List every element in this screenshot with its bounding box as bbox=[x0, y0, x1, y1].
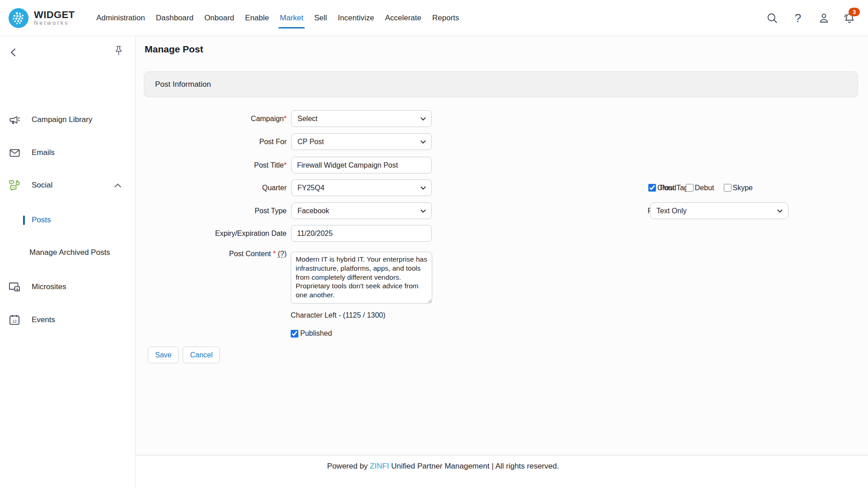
chevron-up-icon[interactable] bbox=[113, 181, 123, 190]
sidebar-item-social[interactable]: Social bbox=[0, 176, 136, 194]
post-tag-option-skype: Skype bbox=[724, 184, 753, 192]
sidebar-item-events[interactable]: 12 Events bbox=[0, 311, 136, 329]
megaphone-icon bbox=[8, 113, 21, 126]
quarter-label: Quarter bbox=[145, 179, 287, 196]
sidebar-item-microsites[interactable]: Microsites bbox=[0, 278, 136, 296]
character-left-counter: Character Left - (1125 / 1300) bbox=[291, 311, 386, 319]
brand-logo[interactable]: WIDGET Networks bbox=[8, 8, 75, 28]
back-chevron-icon bbox=[8, 47, 19, 58]
post-title-label: Post Title* bbox=[145, 157, 287, 174]
cloud-checkbox[interactable] bbox=[648, 184, 656, 192]
form-actions: Save Cancel bbox=[148, 347, 220, 363]
post-information-section-header: Post Information bbox=[144, 71, 858, 97]
top-bar: WIDGET Networks Administration Dashboard… bbox=[0, 0, 868, 36]
brand-tagline: Networks bbox=[34, 20, 75, 27]
save-button[interactable]: Save bbox=[148, 347, 179, 363]
sidebar-item-posts[interactable]: Posts bbox=[0, 212, 136, 228]
sidebar-label-posts: Posts bbox=[32, 216, 51, 225]
topnav-item-dashboard[interactable]: Dashboard bbox=[156, 0, 193, 36]
format-type-select[interactable]: Text Only bbox=[650, 202, 788, 219]
quarter-select[interactable]: FY25Q4 bbox=[291, 179, 432, 196]
user-icon bbox=[818, 12, 830, 24]
post-type-select[interactable]: Facebook bbox=[291, 202, 432, 219]
expiry-date-label: Expiry/Expiration Date bbox=[145, 225, 287, 242]
sidebar-pin-button[interactable] bbox=[110, 42, 127, 59]
post-tag-option-debut: Debut bbox=[686, 184, 714, 192]
post-type-select-value: Facebook bbox=[297, 207, 329, 215]
sidebar-label-manage-archived-posts: Manage Archived Posts bbox=[29, 248, 110, 257]
sidebar-collapse-button[interactable] bbox=[5, 44, 22, 61]
notification-count-badge: 3 bbox=[849, 8, 860, 16]
chevron-down-icon bbox=[776, 207, 783, 215]
sidebar-item-campaign-library[interactable]: Campaign Library bbox=[0, 111, 136, 129]
published-checkbox-row: Published bbox=[291, 329, 332, 338]
user-account-button[interactable] bbox=[817, 11, 830, 25]
topnav-item-enable[interactable]: Enable bbox=[245, 0, 269, 36]
svg-text:12: 12 bbox=[12, 319, 17, 324]
sidebar-item-manage-archived-posts[interactable]: Manage Archived Posts bbox=[0, 245, 136, 260]
search-icon bbox=[766, 12, 778, 24]
pin-icon bbox=[113, 45, 125, 57]
active-item-bar bbox=[23, 216, 25, 225]
required-asterisk: * bbox=[284, 115, 287, 122]
brand-text: WIDGET Networks bbox=[34, 9, 75, 27]
footer-rights: All rights reserved. bbox=[495, 462, 559, 470]
help-icon: ? bbox=[795, 12, 801, 24]
sidebar-label-events: Events bbox=[32, 315, 55, 324]
topnav-item-administration[interactable]: Administration bbox=[96, 0, 145, 36]
brand-name: WIDGET bbox=[34, 9, 75, 20]
footer-suffix: Unified Partner Management bbox=[391, 462, 489, 470]
published-checkbox[interactable] bbox=[291, 330, 298, 338]
topnav-item-onboard[interactable]: Onboard bbox=[204, 0, 234, 36]
sidebar-label-emails: Emails bbox=[32, 148, 55, 157]
campaign-select[interactable]: Select bbox=[291, 110, 432, 127]
sidebar-label-social: Social bbox=[32, 181, 52, 190]
post-title-input[interactable] bbox=[291, 157, 432, 174]
cancel-button[interactable]: Cancel bbox=[183, 347, 220, 363]
sidebar-label-microsites: Microsites bbox=[32, 282, 66, 291]
expiry-date-input[interactable] bbox=[291, 225, 432, 242]
footer-powered-by: Powered by bbox=[327, 462, 368, 470]
post-for-select-value: CP Post bbox=[297, 138, 324, 146]
help-button[interactable]: ? bbox=[791, 11, 805, 25]
post-content-help-link[interactable]: (?) bbox=[278, 250, 287, 258]
topnav-item-incentivize[interactable]: Incentivize bbox=[338, 0, 374, 36]
topnav-item-sell[interactable]: Sell bbox=[314, 0, 327, 36]
cloud-label: Cloud bbox=[657, 184, 676, 192]
chevron-down-icon bbox=[420, 207, 427, 215]
widget-networks-logo-icon bbox=[8, 8, 29, 28]
footer-divider: | bbox=[491, 462, 493, 470]
skype-checkbox[interactable] bbox=[724, 184, 731, 192]
page-title: Manage Post bbox=[145, 44, 203, 55]
top-navigation: Administration Dashboard Onboard Enable … bbox=[96, 0, 459, 36]
topnav-item-accelerate[interactable]: Accelerate bbox=[385, 0, 421, 36]
footer-zinfi-link[interactable]: ZINFI bbox=[370, 462, 389, 470]
sidebar-item-emails[interactable]: Emails bbox=[0, 144, 136, 162]
campaign-label: Campaign* bbox=[145, 110, 287, 127]
post-content-textarea[interactable]: Modern IT is hybrid IT. Your enterprise … bbox=[291, 252, 432, 304]
main-content: Manage Post Post Information Campaign* S… bbox=[136, 36, 868, 488]
required-asterisk: * bbox=[273, 250, 276, 258]
format-type-select-value: Text Only bbox=[656, 207, 687, 215]
post-tag-option-cloud: Cloud bbox=[648, 184, 676, 192]
skype-label: Skype bbox=[733, 184, 753, 192]
chevron-down-icon bbox=[420, 115, 427, 122]
campaign-select-value: Select bbox=[297, 115, 317, 123]
topnav-item-reports[interactable]: Reports bbox=[432, 0, 459, 36]
social-icon bbox=[8, 179, 21, 192]
chevron-down-icon bbox=[420, 184, 427, 192]
topbar-actions: ? 3 bbox=[765, 0, 856, 36]
section-title: Post Information bbox=[155, 80, 211, 89]
debut-checkbox[interactable] bbox=[686, 184, 693, 192]
content-sheet: Manage Post Post Information Campaign* S… bbox=[136, 36, 868, 455]
post-type-label: Post Type bbox=[145, 202, 287, 219]
post-for-select[interactable]: CP Post bbox=[291, 133, 432, 150]
app-window: WIDGET Networks Administration Dashboard… bbox=[0, 0, 868, 488]
topnav-item-market[interactable]: Market bbox=[280, 0, 303, 36]
notifications-button[interactable]: 3 bbox=[843, 11, 856, 25]
search-button[interactable] bbox=[765, 11, 779, 25]
debut-label: Debut bbox=[695, 184, 714, 192]
quarter-select-value: FY25Q4 bbox=[297, 184, 325, 192]
envelope-icon bbox=[8, 146, 21, 159]
microsites-icon bbox=[8, 281, 21, 293]
